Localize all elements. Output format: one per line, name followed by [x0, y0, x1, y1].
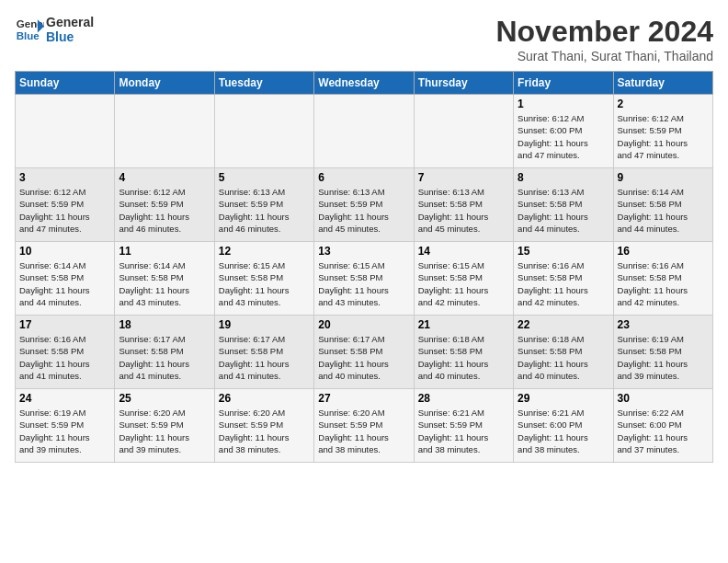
- calendar-cell: 16Sunrise: 6:16 AM Sunset: 5:58 PM Dayli…: [613, 242, 712, 316]
- calendar-cell: [414, 95, 513, 168]
- logo: General Blue General Blue: [15, 15, 94, 44]
- calendar-cell: 14Sunrise: 6:15 AM Sunset: 5:58 PM Dayli…: [414, 242, 513, 316]
- day-number: 25: [119, 392, 210, 405]
- calendar-cell: [214, 95, 313, 168]
- day-info: Sunrise: 6:12 AM Sunset: 5:59 PM Dayligh…: [19, 186, 110, 235]
- day-number: 20: [318, 318, 409, 331]
- calendar-cell: 13Sunrise: 6:15 AM Sunset: 5:58 PM Dayli…: [314, 242, 414, 316]
- calendar-cell: 5Sunrise: 6:13 AM Sunset: 5:59 PM Daylig…: [214, 168, 313, 242]
- week-row-0: 1Sunrise: 6:12 AM Sunset: 6:00 PM Daylig…: [16, 95, 713, 168]
- calendar-cell: 2Sunrise: 6:12 AM Sunset: 5:59 PM Daylig…: [613, 95, 712, 168]
- day-number: 23: [618, 318, 709, 331]
- day-info: Sunrise: 6:13 AM Sunset: 5:58 PM Dayligh…: [518, 186, 609, 235]
- calendar-cell: 10Sunrise: 6:14 AM Sunset: 5:58 PM Dayli…: [16, 242, 115, 316]
- day-info: Sunrise: 6:18 AM Sunset: 5:58 PM Dayligh…: [418, 333, 509, 382]
- day-number: 7: [418, 171, 509, 184]
- day-info: Sunrise: 6:15 AM Sunset: 5:58 PM Dayligh…: [318, 259, 409, 308]
- dow-sunday: Sunday: [16, 72, 115, 95]
- day-info: Sunrise: 6:17 AM Sunset: 5:58 PM Dayligh…: [219, 333, 310, 382]
- day-info: Sunrise: 6:14 AM Sunset: 5:58 PM Dayligh…: [119, 259, 210, 308]
- day-number: 28: [418, 392, 509, 405]
- svg-text:Blue: Blue: [17, 30, 40, 41]
- day-number: 8: [518, 171, 609, 184]
- calendar-cell: 26Sunrise: 6:20 AM Sunset: 5:59 PM Dayli…: [214, 389, 313, 463]
- calendar-cell: 18Sunrise: 6:17 AM Sunset: 5:58 PM Dayli…: [115, 316, 214, 389]
- day-info: Sunrise: 6:12 AM Sunset: 5:59 PM Dayligh…: [119, 186, 210, 235]
- day-info: Sunrise: 6:15 AM Sunset: 5:58 PM Dayligh…: [418, 259, 509, 308]
- calendar-cell: 29Sunrise: 6:21 AM Sunset: 6:00 PM Dayli…: [514, 389, 613, 463]
- dow-saturday: Saturday: [613, 72, 712, 95]
- calendar-cell: 22Sunrise: 6:18 AM Sunset: 5:58 PM Dayli…: [514, 316, 613, 389]
- calendar-cell: 9Sunrise: 6:14 AM Sunset: 5:58 PM Daylig…: [613, 168, 712, 242]
- day-info: Sunrise: 6:16 AM Sunset: 5:58 PM Dayligh…: [518, 259, 609, 308]
- calendar-table: SundayMondayTuesdayWednesdayThursdayFrid…: [15, 71, 713, 463]
- day-info: Sunrise: 6:12 AM Sunset: 5:59 PM Dayligh…: [618, 112, 709, 161]
- day-info: Sunrise: 6:17 AM Sunset: 5:58 PM Dayligh…: [119, 333, 210, 382]
- day-number: 12: [219, 245, 310, 258]
- dow-monday: Monday: [115, 72, 214, 95]
- calendar-cell: 6Sunrise: 6:13 AM Sunset: 5:59 PM Daylig…: [314, 168, 414, 242]
- calendar-cell: 12Sunrise: 6:15 AM Sunset: 5:58 PM Dayli…: [214, 242, 313, 316]
- day-number: 9: [618, 171, 709, 184]
- day-info: Sunrise: 6:16 AM Sunset: 5:58 PM Dayligh…: [618, 259, 709, 308]
- calendar-cell: 15Sunrise: 6:16 AM Sunset: 5:58 PM Dayli…: [514, 242, 613, 316]
- day-number: 22: [518, 318, 609, 331]
- day-info: Sunrise: 6:12 AM Sunset: 6:00 PM Dayligh…: [518, 112, 609, 161]
- week-row-3: 17Sunrise: 6:16 AM Sunset: 5:58 PM Dayli…: [16, 316, 713, 389]
- day-info: Sunrise: 6:17 AM Sunset: 5:58 PM Dayligh…: [318, 333, 409, 382]
- day-info: Sunrise: 6:13 AM Sunset: 5:59 PM Dayligh…: [219, 186, 310, 235]
- calendar-cell: 25Sunrise: 6:20 AM Sunset: 5:59 PM Dayli…: [115, 389, 214, 463]
- day-info: Sunrise: 6:19 AM Sunset: 5:59 PM Dayligh…: [19, 407, 110, 455]
- dow-tuesday: Tuesday: [214, 72, 313, 95]
- day-number: 30: [618, 392, 709, 405]
- day-info: Sunrise: 6:21 AM Sunset: 6:00 PM Dayligh…: [518, 407, 609, 455]
- logo-blue: Blue: [46, 29, 94, 44]
- day-info: Sunrise: 6:21 AM Sunset: 5:59 PM Dayligh…: [418, 407, 509, 455]
- calendar-cell: 19Sunrise: 6:17 AM Sunset: 5:58 PM Dayli…: [214, 316, 313, 389]
- calendar-cell: 20Sunrise: 6:17 AM Sunset: 5:58 PM Dayli…: [314, 316, 414, 389]
- calendar-cell: 7Sunrise: 6:13 AM Sunset: 5:58 PM Daylig…: [414, 168, 513, 242]
- day-number: 11: [119, 245, 210, 258]
- logo-general: General: [46, 15, 94, 29]
- day-number: 14: [418, 245, 509, 258]
- day-number: 6: [318, 171, 409, 184]
- calendar-cell: [115, 95, 214, 168]
- logo-icon: General Blue: [15, 15, 44, 44]
- day-info: Sunrise: 6:20 AM Sunset: 5:59 PM Dayligh…: [119, 407, 210, 455]
- day-number: 26: [219, 392, 310, 405]
- calendar-cell: 23Sunrise: 6:19 AM Sunset: 5:58 PM Dayli…: [613, 316, 712, 389]
- day-number: 2: [618, 98, 709, 110]
- calendar-cell: 3Sunrise: 6:12 AM Sunset: 5:59 PM Daylig…: [16, 168, 115, 242]
- calendar-cell: 28Sunrise: 6:21 AM Sunset: 5:59 PM Dayli…: [414, 389, 513, 463]
- day-number: 18: [119, 318, 210, 331]
- calendar-cell: 27Sunrise: 6:20 AM Sunset: 5:59 PM Dayli…: [314, 389, 414, 463]
- day-info: Sunrise: 6:20 AM Sunset: 5:59 PM Dayligh…: [318, 407, 409, 455]
- calendar-cell: 30Sunrise: 6:22 AM Sunset: 6:00 PM Dayli…: [613, 389, 712, 463]
- day-number: 17: [19, 318, 110, 331]
- day-number: 24: [19, 392, 110, 405]
- calendar-cell: 4Sunrise: 6:12 AM Sunset: 5:59 PM Daylig…: [115, 168, 214, 242]
- day-info: Sunrise: 6:18 AM Sunset: 5:58 PM Dayligh…: [518, 333, 609, 382]
- day-info: Sunrise: 6:13 AM Sunset: 5:58 PM Dayligh…: [418, 186, 509, 235]
- calendar-body: 1Sunrise: 6:12 AM Sunset: 6:00 PM Daylig…: [16, 95, 713, 463]
- day-number: 21: [418, 318, 509, 331]
- day-number: 5: [219, 171, 310, 184]
- calendar-cell: 1Sunrise: 6:12 AM Sunset: 6:00 PM Daylig…: [514, 95, 613, 168]
- day-number: 29: [518, 392, 609, 405]
- location-title: Surat Thani, Surat Thani, Thailand: [495, 49, 713, 63]
- day-info: Sunrise: 6:16 AM Sunset: 5:58 PM Dayligh…: [19, 333, 110, 382]
- month-title: November 2024: [495, 15, 713, 49]
- day-number: 10: [19, 245, 110, 258]
- dow-wednesday: Wednesday: [314, 72, 414, 95]
- day-number: 27: [318, 392, 409, 405]
- day-number: 13: [318, 245, 409, 258]
- calendar-cell: 24Sunrise: 6:19 AM Sunset: 5:59 PM Dayli…: [16, 389, 115, 463]
- day-number: 4: [119, 171, 210, 184]
- day-of-week-header: SundayMondayTuesdayWednesdayThursdayFrid…: [16, 72, 713, 95]
- day-info: Sunrise: 6:14 AM Sunset: 5:58 PM Dayligh…: [618, 186, 709, 235]
- title-area: November 2024 Surat Thani, Surat Thani, …: [495, 15, 713, 63]
- day-info: Sunrise: 6:22 AM Sunset: 6:00 PM Dayligh…: [618, 407, 709, 455]
- calendar-cell: [16, 95, 115, 168]
- header: General Blue General Blue November 2024 …: [15, 15, 713, 63]
- day-info: Sunrise: 6:14 AM Sunset: 5:58 PM Dayligh…: [19, 259, 110, 308]
